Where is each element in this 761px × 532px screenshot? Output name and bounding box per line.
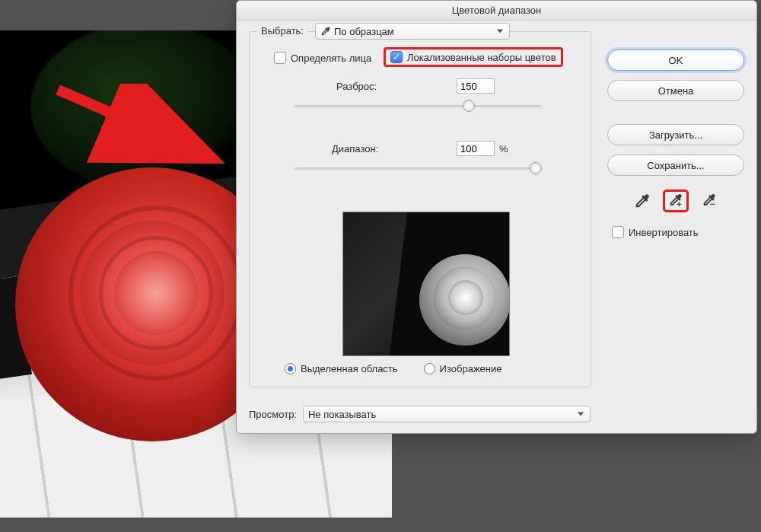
range-input[interactable] — [457, 141, 495, 156]
select-label: Выбрать: — [257, 25, 307, 37]
radio-selection-label: Выделенная область — [301, 363, 398, 374]
save-button[interactable]: Сохранить... — [607, 155, 744, 176]
fuzziness-input[interactable] — [457, 78, 495, 94]
sample-mode-select[interactable]: По образцам — [315, 23, 510, 40]
eyedropper-icon — [634, 193, 651, 209]
select-fieldset: Выбрать: По образцам Определять лица Лок… — [249, 31, 591, 387]
localized-colors-checkbox[interactable] — [390, 51, 403, 63]
eyedropper-minus-icon — [701, 193, 718, 209]
eyedropper-tools — [607, 190, 744, 212]
invert-checkbox[interactable] — [612, 226, 624, 238]
detect-faces-checkbox[interactable] — [274, 52, 286, 64]
eyedropper-plus-icon — [667, 193, 684, 209]
annotation-arrow — [53, 84, 236, 183]
fuzziness-slider[interactable] — [294, 105, 542, 108]
eyedropper-add[interactable] — [663, 190, 689, 212]
range-slider[interactable] — [294, 167, 542, 170]
localized-highlight: Локализованные наборы цветов — [384, 47, 563, 67]
ok-button[interactable]: OK — [607, 49, 744, 71]
radio-image[interactable] — [424, 363, 435, 374]
cancel-button[interactable]: Отмена — [607, 80, 744, 101]
radio-selection[interactable] — [285, 363, 296, 374]
preview-mode-select[interactable]: Не показывать — [303, 406, 591, 422]
eyedropper-subtract[interactable] — [696, 190, 722, 212]
fuzziness-label: Разброс: — [336, 81, 377, 92]
load-button[interactable]: Загрузить... — [607, 124, 744, 145]
dialog-side-panel: OK Отмена Загрузить... Сохранить... — [607, 49, 744, 238]
eyedropper-sample[interactable] — [629, 190, 655, 212]
preview-label: Просмотр: — [249, 409, 297, 420]
preview-mode-row: Просмотр: Не показывать — [249, 406, 591, 422]
preview-mode-value: Не показывать — [308, 409, 376, 420]
range-unit: % — [499, 143, 508, 155]
color-range-dialog: Цветовой диапазон Выбрать: По образцам О… — [236, 0, 757, 434]
eyedropper-icon — [320, 26, 331, 37]
dialog-title: Цветовой диапазон — [237, 1, 756, 21]
sample-mode-value: По образцам — [334, 26, 394, 37]
detect-faces-label: Определять лица — [291, 53, 371, 64]
invert-label: Инвертировать — [629, 227, 699, 238]
preview-mode-radios: Выделенная область Изображение — [285, 363, 502, 374]
selection-preview — [342, 212, 510, 356]
range-label: Диапазон: — [332, 143, 378, 155]
svg-rect-0 — [710, 204, 715, 205]
localized-colors-label: Локализованные наборы цветов — [407, 52, 556, 63]
radio-image-label: Изображение — [440, 363, 502, 374]
